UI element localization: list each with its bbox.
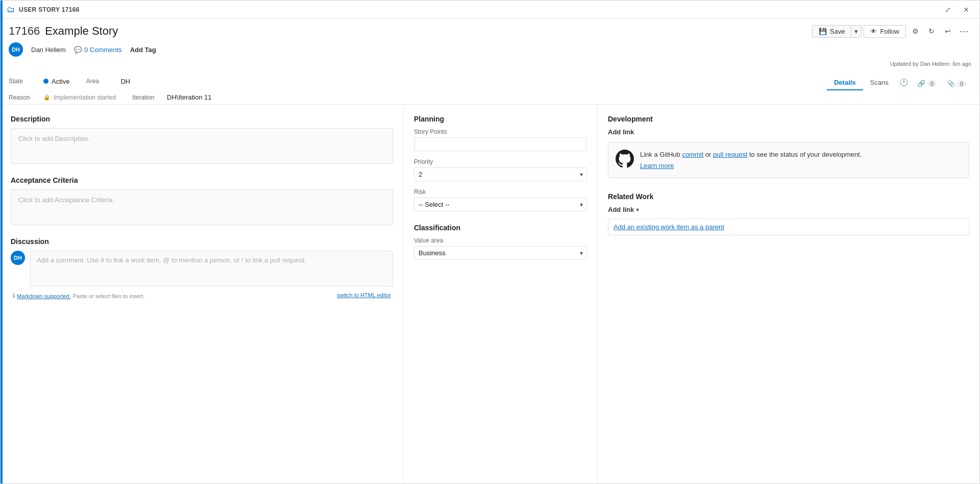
tabs-row: Details Scans 🕐 🔗 0 📎 0 [827,74,971,90]
fields-row: State Active Area DH Details Scans 🕐 🔗 0 [9,69,971,92]
development-section: Development Add link Link a GitHub commi… [608,115,969,178]
settings-button[interactable]: ⚙ [908,24,922,38]
github-pr-link[interactable]: pull request [713,151,747,158]
priority-label: Priority [414,158,587,165]
risk-field: Risk -- Select -- 1 - Critical 2 - High … [414,188,587,211]
updated-text: Updated by Dan Hellem: 6m ago [890,61,971,67]
description-section: Description Click to add Description. [11,115,393,164]
work-item-title-row: 17166 Example Story 💾 Save ▾ 👁 Follow ⚙ … [9,24,971,38]
related-work-title: Related Work [608,192,969,201]
reason-field-group: Reason 🔒 Implementation started [9,94,116,101]
acceptance-criteria-input[interactable]: Click to add Acceptance Criteria. [11,189,393,225]
add-tag-button[interactable]: Add Tag [130,46,156,54]
value-area-label: Value area [414,237,587,244]
comments-button[interactable]: 💬 0 Comments [74,46,122,54]
iteration-value[interactable]: DH\Iteration 11 [167,93,211,101]
save-icon: 💾 [819,28,827,35]
learn-more-link[interactable]: Learn more [640,161,862,171]
comment-avatar: DH [11,251,25,265]
title-bar: 🗂 USER STORY 17166 ⤢ ✕ [1,1,979,19]
main-content: Description Click to add Description. Ac… [1,105,979,483]
github-commit-link[interactable]: commit [682,151,703,158]
markdown-note: ℹ Markdown supported. Paste or select fi… [13,293,144,299]
markdown-suffix: Paste or select files to insert. [73,293,145,299]
development-add-link-button[interactable]: Add link [608,128,634,136]
header-meta-row: DH Dan Hellem 💬 0 Comments Add Tag [9,42,971,57]
related-work-add-link-row: Add link ▾ [608,206,969,213]
avatar-initials: DH [12,46,20,53]
acceptance-criteria-title: Acceptance Criteria [11,176,393,184]
acceptance-criteria-section: Acceptance Criteria Click to add Accepta… [11,176,393,225]
save-caret-button[interactable]: ▾ [851,26,861,37]
development-title: Development [608,115,969,123]
story-points-input[interactable] [414,137,587,151]
work-item-name[interactable]: Example Story [45,25,118,38]
attachments-count: 0 [957,80,966,87]
link-icon: 🔗 [917,80,925,87]
value-area-select-wrapper: Business Architectural ▾ [414,246,587,260]
tab-attachments[interactable]: 📎 0 [942,77,971,90]
comment-icon: 💬 [74,46,82,54]
save-button-group: 💾 Save ▾ [812,25,862,38]
area-field-group: Area DH [86,78,130,85]
state-value[interactable]: Active [43,78,69,85]
avatar: DH [9,42,23,57]
markdown-link[interactable]: Markdown supported. [17,293,71,299]
attachment-icon: 📎 [947,80,955,87]
follow-button[interactable]: 👁 Follow [864,25,906,38]
assigned-user: Dan Hellem [31,46,66,54]
iteration-field-group: Iteration DH\Iteration 11 [132,93,211,101]
state-field-group: State Active [9,78,69,85]
discussion-title: Discussion [11,237,393,246]
priority-field: Priority 1 2 3 4 ▾ [414,158,587,181]
lock-icon: 🔒 [43,94,51,101]
comment-input-area: DH Add a comment. Use # to link a work i… [11,251,393,286]
left-panel: Description Click to add Description. Ac… [1,105,404,483]
area-value[interactable]: DH [120,78,130,85]
planning-title: Planning [414,115,587,123]
reason-label: Reason [9,94,39,101]
close-button[interactable]: ✕ [959,3,973,17]
tab-scans[interactable]: Scans [863,76,896,90]
tab-details[interactable]: Details [827,76,863,90]
description-title: Description [11,115,393,123]
html-editor-link[interactable]: switch to HTML editor [337,292,391,298]
value-area-select[interactable]: Business Architectural [414,246,587,260]
reason-value[interactable]: 🔒 Implementation started [43,94,116,101]
related-work-add-link-button[interactable]: Add link [608,206,634,213]
github-icon [616,150,634,168]
iteration-label: Iteration [132,94,163,101]
links-count: 0 [927,80,937,87]
state-label: State [9,78,39,85]
follow-label: Follow [880,28,899,35]
fields-row-2: Reason 🔒 Implementation started Iteratio… [9,92,971,104]
discussion-section: Discussion DH Add a comment. Use # to li… [11,237,393,299]
right-panel: Development Add link Link a GitHub commi… [598,105,979,483]
undo-button[interactable]: ↩ [941,24,955,38]
state-dot [43,79,48,84]
tab-links[interactable]: 🔗 0 [912,77,942,90]
related-work-section: Related Work Add link ▾ Add an existing … [608,192,969,235]
add-existing-work-item-link[interactable]: Add an existing work item as a parent [608,219,969,235]
work-item-id: 17166 [9,25,40,38]
save-label: Save [830,28,845,35]
more-options-button[interactable]: ⋯ [957,24,971,38]
title-bar-icon: 🗂 [7,5,15,14]
comment-input[interactable]: Add a comment. Use # to link a work item… [30,251,393,286]
github-link-box: Link a GitHub commit or pull request to … [608,142,969,178]
eye-icon: 👁 [870,28,877,35]
github-description: Link a GitHub commit or pull request to … [640,150,862,171]
save-button[interactable]: 💾 Save [813,26,851,37]
header-actions: 💾 Save ▾ 👁 Follow ⚙ ↻ ↩ ⋯ [812,24,971,38]
expand-button[interactable]: ⤢ [941,3,955,17]
priority-select[interactable]: 1 2 3 4 [414,167,587,181]
risk-select[interactable]: -- Select -- 1 - Critical 2 - High 3 - M… [414,198,587,211]
markdown-info-icon: ℹ [13,293,15,299]
related-work-add-link-caret[interactable]: ▾ [636,206,639,213]
description-input[interactable]: Click to add Description. [11,128,393,164]
refresh-button[interactable]: ↻ [924,24,939,38]
tab-history-button[interactable]: 🕐 [896,74,912,90]
area-label: Area [86,78,116,85]
classification-title: Classification [414,224,587,232]
risk-label: Risk [414,188,587,196]
